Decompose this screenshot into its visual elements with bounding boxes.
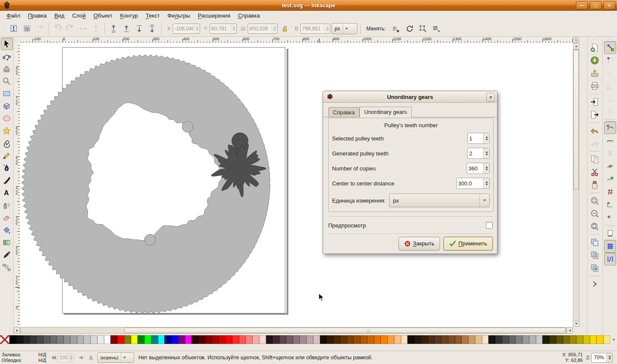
dialog-unit-select[interactable]: px	[389, 194, 490, 207]
color-swatch[interactable]	[124, 335, 131, 344]
gear-bump[interactable]	[144, 234, 156, 245]
color-swatch[interactable]	[219, 335, 225, 344]
color-swatch[interactable]	[542, 335, 549, 344]
color-swatch[interactable]	[326, 335, 333, 344]
color-swatch[interactable]	[347, 335, 354, 344]
vscroll-thumb[interactable]	[573, 50, 579, 190]
palette-more-arrow[interactable]	[610, 335, 617, 344]
copy-icon[interactable]	[589, 153, 601, 166]
color-swatch[interactable]	[117, 335, 124, 344]
scroll-right-button[interactable]	[566, 327, 573, 334]
snap-guide-icon[interactable]	[604, 253, 616, 266]
preview-checkbox[interactable]	[486, 222, 493, 229]
ruler-units-button[interactable]	[573, 37, 579, 43]
hscroll-thumb[interactable]	[124, 328, 566, 333]
snap-page-border-icon[interactable]	[604, 227, 616, 240]
menu-правка[interactable]: Правка	[24, 11, 51, 20]
width-field[interactable]: 800,026	[248, 24, 278, 34]
layer-visibility-icon[interactable]	[77, 353, 86, 362]
clone-icon[interactable]	[589, 249, 601, 262]
color-swatch[interactable]	[333, 335, 340, 344]
snap-corner-dot-icon[interactable]	[604, 198, 616, 211]
scroll-down-button[interactable]	[573, 321, 579, 327]
paste-icon[interactable]	[589, 179, 601, 191]
color-swatch[interactable]	[401, 335, 408, 344]
horizontal-ruler[interactable]: -100010020030040050060070080090010001100…	[20, 37, 573, 43]
apply-button[interactable]: Применить	[443, 237, 493, 251]
height-field[interactable]: 799,851	[300, 24, 330, 34]
color-swatch[interactable]	[529, 335, 536, 344]
color-swatch[interactable]	[300, 335, 306, 344]
color-swatch[interactable]	[144, 335, 151, 344]
overflow-icon[interactable]	[589, 277, 601, 290]
color-swatch[interactable]	[495, 335, 502, 344]
snap-cusp-node-icon[interactable]	[604, 160, 616, 173]
pen-tool-icon[interactable]	[1, 162, 13, 174]
snap-path-icon[interactable]	[604, 134, 616, 147]
color-swatch[interactable]	[239, 335, 246, 344]
pencil-tool-icon[interactable]	[1, 149, 13, 162]
color-swatch[interactable]	[515, 335, 522, 344]
color-swatch[interactable]	[9, 335, 16, 344]
bucket-tool-icon[interactable]	[1, 224, 13, 236]
unit-select[interactable]: px	[332, 23, 357, 34]
color-swatch[interactable]	[374, 335, 381, 344]
snap-grid-icon[interactable]	[604, 240, 616, 253]
parameter-spinbox[interactable]: 300,0	[456, 178, 490, 189]
dropper-tool-icon[interactable]	[1, 249, 13, 261]
undo-icon[interactable]	[589, 124, 601, 137]
vertical-ruler[interactable]: 8007006005004003002001000	[14, 43, 20, 327]
duplicate-icon[interactable]	[589, 236, 601, 249]
tab-help[interactable]: Справка	[328, 107, 359, 117]
color-swatch[interactable]	[30, 335, 36, 344]
color-swatch[interactable]	[259, 335, 266, 344]
color-swatch[interactable]	[488, 335, 495, 344]
box3d-tool-icon[interactable]	[1, 100, 13, 112]
menu-контур[interactable]: Контур	[116, 11, 142, 20]
color-swatch[interactable]	[428, 335, 435, 344]
ellipse-tool-icon[interactable]	[1, 112, 13, 125]
parameter-spinbox[interactable]: 360	[467, 163, 490, 174]
opacity-field[interactable]: 100	[58, 353, 74, 362]
fill-stroke-indicator[interactable]: Заливка:Н/Д Обводка:Н/Д	[0, 352, 50, 363]
minimize-button[interactable]: —	[576, 1, 588, 9]
color-swatch[interactable]	[414, 335, 421, 344]
color-swatch[interactable]	[36, 335, 43, 344]
snap-master-icon[interactable]	[604, 41, 616, 54]
color-swatch[interactable]	[279, 335, 286, 344]
snap-others-icon[interactable]	[604, 211, 616, 224]
tab-unordinary-gears[interactable]: Unordinary gears	[359, 107, 412, 117]
close-button[interactable]: Закрыть	[398, 237, 440, 251]
unlink-clone-icon[interactable]	[589, 262, 601, 274]
color-swatch[interactable]	[16, 335, 23, 344]
color-swatch[interactable]	[448, 335, 455, 344]
color-swatch[interactable]	[380, 335, 387, 344]
color-swatch[interactable]	[57, 335, 63, 344]
menu-фильтры[interactable]: Фильтры	[164, 11, 194, 20]
color-swatch[interactable]	[482, 335, 489, 344]
color-swatch[interactable]	[165, 335, 171, 344]
lock-ratio-icon[interactable]	[279, 23, 291, 35]
color-swatch[interactable]	[84, 335, 90, 344]
color-swatch[interactable]	[171, 335, 178, 344]
color-swatch[interactable]	[205, 335, 212, 344]
color-swatch[interactable]	[313, 335, 320, 344]
color-swatch[interactable]	[131, 335, 138, 344]
color-swatch[interactable]	[360, 335, 367, 344]
toolbar-grip[interactable]: ⋯	[608, 37, 612, 41]
color-swatch[interactable]	[63, 335, 70, 344]
scroll-left-button[interactable]	[14, 327, 20, 334]
print-icon[interactable]	[589, 80, 601, 92]
text-tool-icon[interactable]: A	[1, 187, 13, 199]
new-document-icon[interactable]	[589, 41, 601, 54]
color-swatch[interactable]	[421, 335, 428, 344]
color-swatch[interactable]	[394, 335, 401, 344]
calligraphy-tool-icon[interactable]	[1, 174, 13, 187]
menu-текст[interactable]: Текст	[142, 11, 164, 20]
node-tool-icon[interactable]	[1, 50, 13, 63]
gear-bump[interactable]	[182, 121, 193, 132]
color-swatch[interactable]	[549, 335, 556, 344]
zoom-drawing-icon[interactable]	[589, 207, 601, 220]
color-swatch[interactable]	[502, 335, 509, 344]
raise-icon[interactable]	[120, 23, 132, 35]
